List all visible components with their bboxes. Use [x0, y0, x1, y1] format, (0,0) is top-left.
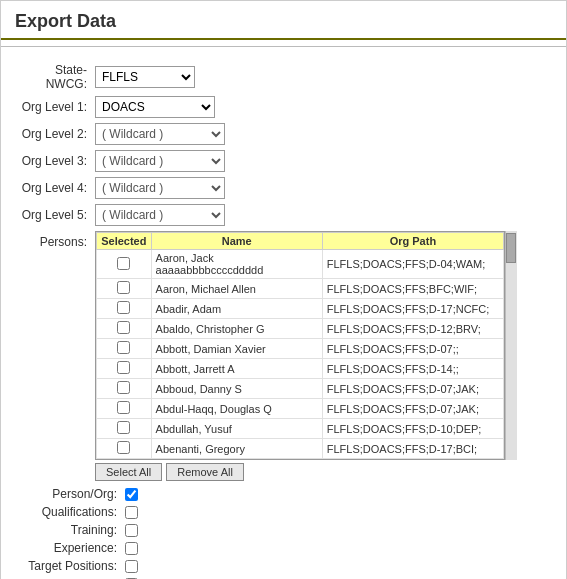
org-level1-label: Org Level 1: — [15, 100, 95, 114]
org-level5-label: Org Level 5: — [15, 208, 95, 222]
select-all-button[interactable]: Select All — [95, 463, 162, 481]
page-title: Export Data — [1, 1, 566, 40]
row-checkbox-cell[interactable] — [97, 319, 152, 339]
row-checkbox-cell[interactable] — [97, 279, 152, 299]
row-checkbox[interactable] — [117, 341, 130, 354]
table-row: Aaron, Jack aaaaabbbbccccdddddFLFLS;DOAC… — [97, 250, 504, 279]
target-positions-row: Target Positions: — [15, 559, 552, 573]
state-select[interactable]: FLFLS — [95, 66, 195, 88]
form-area: State-NWCG: FLFLS Org Level 1: DOACS Org… — [1, 53, 566, 579]
row-org-cell: FLFLS;DOACS;FFS;D-07;JAK; — [322, 399, 503, 419]
table-header-row: Selected Name Org Path — [97, 233, 504, 250]
row-checkbox[interactable] — [117, 401, 130, 414]
row-name-cell: Aaron, Michael Allen — [151, 279, 322, 299]
table-row: Abdullah, YusufFLFLS;DOACS;FFS;D-10;DEP; — [97, 419, 504, 439]
table-buttons-row: Select All Remove All — [95, 463, 517, 481]
qualifications-checkbox[interactable] — [125, 506, 138, 519]
row-name-cell: Abdul-Haqq, Douglas Q — [151, 399, 322, 419]
table-row: Abbott, Damian XavierFLFLS;DOACS;FFS;D-0… — [97, 339, 504, 359]
org-level2-row: Org Level 2: ( Wildcard ) — [15, 123, 552, 145]
org-level2-label: Org Level 2: — [15, 127, 95, 141]
target-positions-label: Target Positions: — [15, 559, 125, 573]
person-org-label: Person/Org: — [15, 487, 125, 501]
persons-label: Persons: — [15, 231, 95, 249]
row-checkbox[interactable] — [117, 301, 130, 314]
table-row: Abaldo, Christopher GFLFLS;DOACS;FFS;D-1… — [97, 319, 504, 339]
table-row: Abboud, Danny SFLFLS;DOACS;FFS;D-07;JAK; — [97, 379, 504, 399]
org-level3-label: Org Level 3: — [15, 154, 95, 168]
row-org-cell: FLFLS;DOACS;FFS;D-17;BCI; — [322, 439, 503, 459]
scrollbar-thumb[interactable] — [506, 233, 516, 263]
qualifications-row: Qualifications: — [15, 505, 552, 519]
org-level4-label: Org Level 4: — [15, 181, 95, 195]
row-checkbox-cell[interactable] — [97, 339, 152, 359]
table-row: Abenanti, GregoryFLFLS;DOACS;FFS;D-17;BC… — [97, 439, 504, 459]
row-checkbox[interactable] — [117, 361, 130, 374]
row-name-cell: Abenanti, Gregory — [151, 439, 322, 459]
org-level5-select[interactable]: ( Wildcard ) — [95, 204, 225, 226]
row-org-cell: FLFLS;DOACS;FFS;D-07;; — [322, 339, 503, 359]
row-checkbox[interactable] — [117, 421, 130, 434]
target-positions-checkbox[interactable] — [125, 560, 138, 573]
row-checkbox[interactable] — [117, 441, 130, 454]
row-org-cell: FLFLS;DOACS;FFS;D-04;WAM; — [322, 250, 503, 279]
row-checkbox-cell[interactable] — [97, 399, 152, 419]
persons-table: Selected Name Org Path Aaron, Jack aaaaa… — [96, 232, 504, 459]
table-row: Aaron, Michael AllenFLFLS;DOACS;FFS;BFC;… — [97, 279, 504, 299]
training-checkbox[interactable] — [125, 524, 138, 537]
row-name-cell: Abbott, Jarrett A — [151, 359, 322, 379]
row-checkbox-cell[interactable] — [97, 359, 152, 379]
col-org-header: Org Path — [322, 233, 503, 250]
row-name-cell: Abboud, Danny S — [151, 379, 322, 399]
row-checkbox[interactable] — [117, 321, 130, 334]
org-level4-select[interactable]: ( Wildcard ) — [95, 177, 225, 199]
table-row: Abbott, Jarrett AFLFLS;DOACS;FFS;D-14;; — [97, 359, 504, 379]
training-label: Training: — [15, 523, 125, 537]
table-with-scroll: Selected Name Org Path Aaron, Jack aaaaa… — [95, 231, 517, 460]
remove-all-button[interactable]: Remove All — [166, 463, 244, 481]
person-org-checkbox[interactable] — [125, 488, 138, 501]
row-checkbox-cell[interactable] — [97, 250, 152, 279]
row-org-cell: FLFLS;DOACS;FFS;D-14;; — [322, 359, 503, 379]
org-level2-select[interactable]: ( Wildcard ) — [95, 123, 225, 145]
row-checkbox-cell[interactable] — [97, 299, 152, 319]
row-name-cell: Aaron, Jack aaaaabbbbccccddddd — [151, 250, 322, 279]
row-checkbox[interactable] — [117, 381, 130, 394]
col-name-header: Name — [151, 233, 322, 250]
org-level3-row: Org Level 3: ( Wildcard ) — [15, 150, 552, 172]
org-level5-row: Org Level 5: ( Wildcard ) — [15, 204, 552, 226]
qualifications-label: Qualifications: — [15, 505, 125, 519]
row-name-cell: Abbott, Damian Xavier — [151, 339, 322, 359]
experience-checkbox[interactable] — [125, 542, 138, 555]
checkboxes-section: Person/Org: Qualifications: Training: Ex… — [15, 487, 552, 579]
row-checkbox-cell[interactable] — [97, 419, 152, 439]
row-checkbox-cell[interactable] — [97, 379, 152, 399]
table-row: Abdul-Haqq, Douglas QFLFLS;DOACS;FFS;D-0… — [97, 399, 504, 419]
training-row: Training: — [15, 523, 552, 537]
row-name-cell: Abdullah, Yusuf — [151, 419, 322, 439]
org-level1-row: Org Level 1: DOACS — [15, 96, 552, 118]
row-org-cell: FLFLS;DOACS;FFS;D-17;NCFC; — [322, 299, 503, 319]
row-name-cell: Abadir, Adam — [151, 299, 322, 319]
persons-section: Persons: Selected Name Org Path — [15, 231, 552, 481]
row-checkbox[interactable] — [117, 257, 130, 270]
scrollbar[interactable] — [505, 231, 517, 460]
org-level1-select[interactable]: DOACS — [95, 96, 215, 118]
state-label: State-NWCG: — [15, 63, 95, 91]
row-org-cell: FLFLS;DOACS;FFS;D-12;BRV; — [322, 319, 503, 339]
col-selected-header: Selected — [97, 233, 152, 250]
state-row: State-NWCG: FLFLS — [15, 63, 552, 91]
row-checkbox-cell[interactable] — [97, 439, 152, 459]
experience-row: Experience: — [15, 541, 552, 555]
persons-content: Selected Name Org Path Aaron, Jack aaaaa… — [95, 231, 517, 481]
persons-table-wrap: Selected Name Org Path Aaron, Jack aaaaa… — [95, 231, 505, 460]
row-org-cell: FLFLS;DOACS;FFS;BFC;WIF; — [322, 279, 503, 299]
org-level4-row: Org Level 4: ( Wildcard ) — [15, 177, 552, 199]
person-org-row: Person/Org: — [15, 487, 552, 501]
row-org-cell: FLFLS;DOACS;FFS;D-10;DEP; — [322, 419, 503, 439]
page-container: Export Data State-NWCG: FLFLS Org Level … — [0, 0, 567, 579]
row-checkbox[interactable] — [117, 281, 130, 294]
table-row: Abadir, AdamFLFLS;DOACS;FFS;D-17;NCFC; — [97, 299, 504, 319]
org-level3-select[interactable]: ( Wildcard ) — [95, 150, 225, 172]
row-org-cell: FLFLS;DOACS;FFS;D-07;JAK; — [322, 379, 503, 399]
